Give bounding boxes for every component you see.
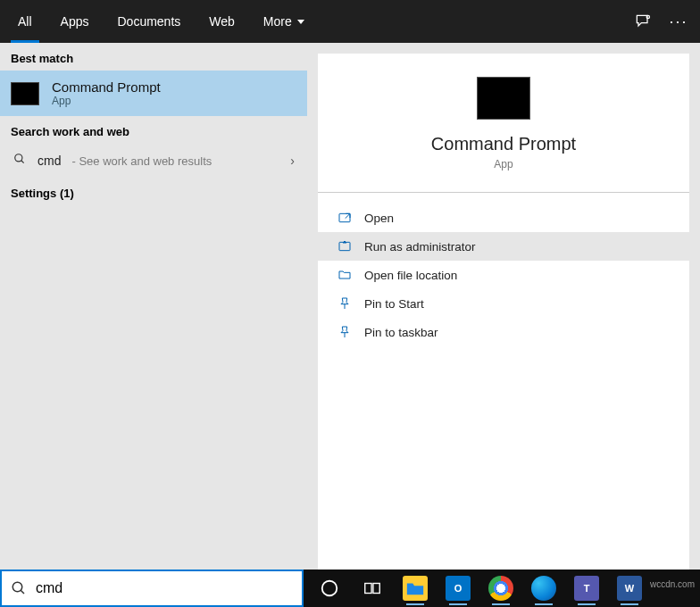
svg-line-9 xyxy=(21,590,24,594)
tab-web[interactable]: Web xyxy=(195,0,249,43)
result-title: Command Prompt xyxy=(52,79,161,95)
edge-icon[interactable] xyxy=(523,570,564,606)
teams-icon[interactable]: T xyxy=(566,570,607,606)
chevron-down-icon xyxy=(297,20,304,24)
preview-subtitle: App xyxy=(494,158,512,170)
file-explorer-icon[interactable] xyxy=(395,570,436,606)
task-view-icon[interactable] xyxy=(352,570,393,606)
search-scope-tabs: All Apps Documents Web More ··· xyxy=(0,0,700,43)
web-query: cmd xyxy=(38,154,61,168)
chrome-icon[interactable] xyxy=(480,570,521,606)
action-open-location[interactable]: Open file location xyxy=(318,261,689,289)
options-icon[interactable]: ··· xyxy=(661,0,696,43)
cortana-icon[interactable] xyxy=(309,570,350,606)
cmd-prompt-icon xyxy=(11,82,39,105)
preview-title: Command Prompt xyxy=(431,134,576,154)
taskbar: O T W xyxy=(304,570,700,607)
search-icon xyxy=(11,580,27,596)
settings-heading: Settings (1) xyxy=(0,178,307,205)
action-pin-taskbar[interactable]: Pin to taskbar xyxy=(318,318,689,346)
chevron-right-icon: › xyxy=(290,154,295,168)
outlook-icon[interactable]: O xyxy=(438,570,479,606)
word-icon[interactable]: W xyxy=(609,570,650,606)
svg-rect-11 xyxy=(365,584,371,594)
best-match-result[interactable]: Command Prompt App xyxy=(0,71,307,116)
search-box[interactable] xyxy=(0,570,304,607)
svg-line-2 xyxy=(21,161,24,163)
tab-all[interactable]: All xyxy=(4,0,46,43)
svg-point-8 xyxy=(12,582,22,592)
search-input[interactable] xyxy=(36,580,293,596)
search-web-heading: Search work and web xyxy=(0,116,307,144)
feedback-icon[interactable] xyxy=(625,0,661,43)
svg-rect-5 xyxy=(339,242,350,250)
svg-line-4 xyxy=(346,213,350,218)
action-run-admin[interactable]: Run as administrator xyxy=(318,232,689,261)
best-match-heading: Best match xyxy=(0,43,307,71)
action-pin-start[interactable]: Pin to Start xyxy=(318,289,689,318)
result-subtitle: App xyxy=(52,95,161,107)
tab-more[interactable]: More xyxy=(249,0,319,43)
svg-point-1 xyxy=(15,154,22,162)
search-icon xyxy=(12,153,27,169)
svg-point-0 xyxy=(646,15,649,18)
cmd-prompt-icon xyxy=(477,77,530,120)
svg-rect-12 xyxy=(373,584,379,594)
web-search-result[interactable]: cmd - See work and web results › xyxy=(0,144,307,178)
preview-panel: Command Prompt App Open Run as administr… xyxy=(318,54,689,570)
action-open[interactable]: Open xyxy=(318,204,689,232)
tab-documents[interactable]: Documents xyxy=(103,0,195,43)
web-hint: - See work and web results xyxy=(71,154,212,168)
results-panel: Best match Command Prompt App Search wor… xyxy=(0,43,307,570)
watermark: wccdn.com xyxy=(650,579,695,589)
tab-apps[interactable]: Apps xyxy=(46,0,104,43)
svg-point-10 xyxy=(322,581,338,596)
